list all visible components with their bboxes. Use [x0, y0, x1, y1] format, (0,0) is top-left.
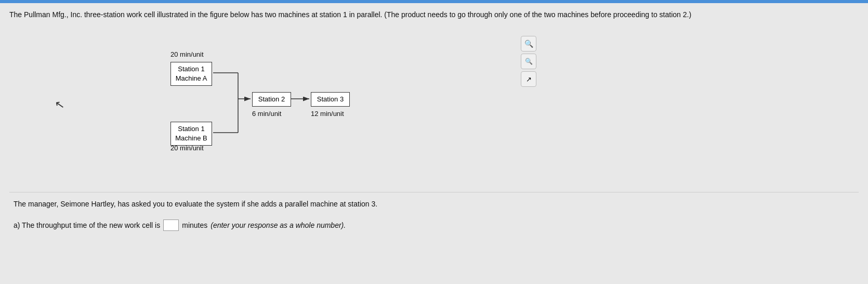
question-label-after: minutes [182, 221, 207, 229]
answer-row: a) The throughput time of the new work c… [9, 216, 859, 234]
station2-label: Station 2 [257, 95, 286, 104]
zoom-controls: 🔍 🔍 ↗ [521, 36, 536, 87]
question-italic-label: (enter your response as a whole number). [211, 221, 346, 229]
station-1b-box: Station 1 Machine B [170, 122, 212, 146]
station3-rate-label: 12 min/unit [311, 110, 344, 118]
bottom-section: The manager, Seimone Hartley, has asked … [9, 192, 859, 234]
throughput-input[interactable] [163, 220, 179, 231]
description-text: The Pullman Mfg., Inc. three-station wor… [9, 9, 859, 20]
station1b-label: Station 1 [175, 124, 207, 134]
station2-rate-label: 6 min/unit [252, 110, 281, 118]
station-2-box: Station 2 [252, 92, 291, 107]
station-1a-box: Station 1 Machine A [170, 62, 212, 86]
description-paragraph: The Pullman Mfg., Inc. three-station wor… [9, 10, 691, 19]
cursor-arrow: ↖ [54, 98, 65, 113]
zoom-in-icon: 🔍 [524, 40, 533, 48]
zoom-out-icon: 🔍 [525, 58, 533, 65]
station1a-rate-label: 20 min/unit [170, 50, 204, 58]
station3-label: Station 3 [315, 95, 345, 104]
reset-view-button[interactable]: ↗ [521, 71, 536, 87]
diagram-arrows [9, 31, 859, 187]
station1b-rate-label: 20 min/unit [170, 144, 204, 152]
question-label-before: a) The throughput time of the new work c… [14, 221, 160, 229]
station1a-label: Station 1 [175, 64, 207, 74]
main-content: The Pullman Mfg., Inc. three-station wor… [0, 3, 868, 239]
manager-text: The manager, Seimone Hartley, has asked … [9, 197, 859, 211]
reset-icon: ↗ [526, 75, 532, 83]
diagram-area: ↖ 🔍 🔍 ↗ 20 min/unit Station 1 Machine A … [9, 31, 859, 187]
station-3-box: Station 3 [311, 92, 350, 107]
zoom-out-button[interactable]: 🔍 [521, 54, 536, 69]
station1b-sublabel: Machine B [175, 134, 207, 143]
station1a-sublabel: Machine A [175, 74, 207, 83]
zoom-in-button[interactable]: 🔍 [521, 36, 536, 51]
